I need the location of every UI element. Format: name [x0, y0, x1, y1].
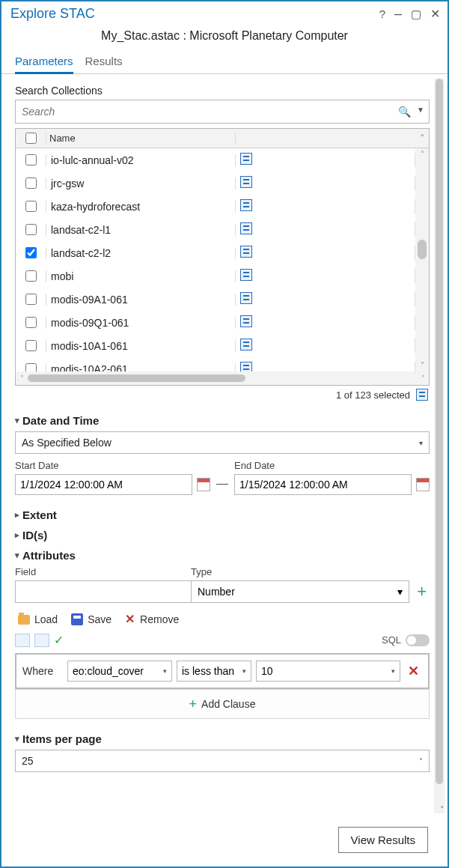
validate-icon[interactable]: ✓	[54, 633, 64, 647]
maximize-icon[interactable]: ▢	[411, 7, 421, 21]
collection-name: kaza-hydroforecast	[46, 201, 236, 213]
load-button[interactable]: Load	[18, 613, 58, 625]
collection-name: mobi	[46, 270, 236, 282]
items-per-page-dropdown[interactable]: 25 ˅	[15, 750, 430, 772]
save-label: Save	[88, 613, 112, 625]
add-attribute-button[interactable]: +	[409, 582, 430, 601]
sql-label: SQL	[382, 634, 401, 646]
select-all-checkbox[interactable]	[25, 133, 37, 144]
expression-button-2[interactable]	[34, 634, 49, 647]
collection-row[interactable]: modis-09Q1-061	[16, 311, 415, 334]
search-collections-input[interactable]	[20, 105, 398, 118]
collection-properties-icon[interactable]	[240, 362, 252, 371]
section-attributes[interactable]: ▾ Attributes	[15, 549, 430, 562]
calendar-icon[interactable]	[416, 478, 430, 491]
sql-toggle[interactable]	[406, 634, 430, 646]
attribute-type-dropdown[interactable]: Number ▾	[191, 580, 409, 603]
start-date-label: Start Date	[15, 460, 210, 471]
help-icon[interactable]: ?	[379, 7, 385, 20]
explore-stac-pane: Explore STAC ? – ▢ ✕ My_Stac.astac : Mic…	[0, 0, 449, 868]
collection-row[interactable]: modis-10A1-061	[16, 334, 415, 357]
section-items-per-page[interactable]: ▾ Items per page	[15, 732, 430, 745]
collection-checkbox[interactable]	[25, 340, 37, 351]
attributes-heading: Attributes	[22, 549, 76, 562]
collection-properties-icon[interactable]	[240, 199, 252, 211]
collection-row[interactable]: landsat-c2-l2	[16, 241, 415, 264]
chevron-down-icon: ▾	[242, 667, 246, 675]
collection-checkbox[interactable]	[25, 247, 37, 258]
save-button[interactable]: Save	[71, 613, 112, 625]
date-mode-dropdown[interactable]: As Specified Below ▾	[15, 431, 430, 454]
collection-properties-icon[interactable]	[240, 315, 252, 327]
expression-button-1[interactable]	[15, 634, 30, 647]
close-icon[interactable]: ✕	[430, 7, 440, 21]
collection-checkbox[interactable]	[25, 363, 37, 371]
pane-scrollbar[interactable]	[434, 79, 445, 813]
collection-checkbox[interactable]	[25, 270, 37, 282]
grid-vertical-scrollbar[interactable]: ˄ ˅	[415, 148, 429, 371]
calendar-icon[interactable]	[197, 478, 210, 491]
collection-name: io-lulc-annual-v02	[46, 154, 236, 166]
collection-properties-icon[interactable]	[240, 269, 252, 281]
collection-properties-icon[interactable]	[240, 246, 252, 258]
extent-heading: Extent	[22, 509, 57, 521]
connection-subtitle: My_Stac.astac : Microsoft Planetary Comp…	[1, 25, 448, 52]
attribute-field-input[interactable]	[15, 580, 191, 603]
collection-properties-icon[interactable]	[240, 292, 252, 304]
chevron-right-icon: ▸	[15, 510, 19, 520]
chevron-down-icon: ▾	[397, 586, 403, 598]
collection-checkbox[interactable]	[25, 294, 37, 305]
remove-button[interactable]: ✕ Remove	[125, 613, 179, 625]
clause-operator-dropdown[interactable]: is less than ▾	[177, 661, 251, 682]
collection-row[interactable]: mobi	[16, 264, 415, 288]
collection-row[interactable]: modis-10A2-061	[16, 357, 415, 371]
collection-properties-icon[interactable]	[240, 339, 252, 350]
plus-icon: +	[189, 696, 198, 712]
selection-status-text: 1 of 123 selected	[336, 389, 410, 401]
section-date-time[interactable]: ▾ Date and Time	[15, 414, 430, 427]
delete-clause-button[interactable]: ✕	[405, 663, 422, 679]
search-icon[interactable]: 🔍	[398, 106, 411, 118]
section-extent[interactable]: ▸ Extent	[15, 509, 430, 521]
date-mode-value: As Specified Below	[22, 437, 112, 449]
field-label: Field	[15, 566, 191, 577]
selection-properties-icon[interactable]	[416, 389, 428, 401]
clause-field-dropdown[interactable]: eo:cloud_cover ▾	[67, 661, 172, 682]
tab-parameters[interactable]: Parameters	[15, 52, 73, 74]
collection-checkbox[interactable]	[25, 177, 37, 189]
column-name-header[interactable]: Name	[46, 133, 236, 144]
search-dropdown-icon[interactable]: ▼	[417, 106, 424, 118]
section-ids[interactable]: ▸ ID(s)	[15, 529, 430, 541]
minimize-icon[interactable]: –	[394, 6, 402, 22]
grid-scroll-up-icon[interactable]: ˄	[415, 133, 429, 144]
chevron-down-icon: ▾	[15, 550, 19, 560]
add-clause-button[interactable]: + Add Clause	[15, 689, 430, 719]
collection-row[interactable]: kaza-hydroforecast	[16, 195, 415, 218]
collection-checkbox[interactable]	[25, 201, 37, 212]
tab-results[interactable]: Results	[85, 52, 123, 73]
collection-row[interactable]: landsat-c2-l1	[16, 218, 415, 241]
date-time-heading: Date and Time	[22, 414, 99, 427]
collection-row[interactable]: jrc-gsw	[16, 172, 415, 195]
pane-scroll-down-icon[interactable]: ˅	[440, 805, 445, 815]
ids-heading: ID(s)	[22, 529, 47, 541]
items-per-page-value: 25	[22, 755, 34, 767]
date-range-dash: —	[216, 477, 228, 495]
end-date-input[interactable]	[234, 474, 412, 495]
grid-horizontal-scrollbar[interactable]: ˂ ˃	[16, 371, 429, 385]
start-date-input[interactable]	[15, 474, 192, 495]
collection-checkbox[interactable]	[25, 317, 37, 328]
attribute-type-value: Number	[198, 586, 235, 598]
collection-name: modis-10A2-061	[46, 363, 236, 372]
chevron-right-icon: ▸	[15, 530, 19, 540]
window-controls: ? – ▢ ✕	[379, 6, 440, 22]
clause-value-dropdown[interactable]: 10 ▾	[256, 661, 400, 682]
collection-properties-icon[interactable]	[240, 153, 252, 165]
collection-checkbox[interactable]	[25, 224, 37, 235]
collection-checkbox[interactable]	[25, 154, 37, 166]
collection-row[interactable]: io-lulc-annual-v02	[16, 148, 415, 172]
view-results-button[interactable]: View Results	[338, 827, 428, 853]
collection-properties-icon[interactable]	[240, 176, 252, 188]
collection-row[interactable]: modis-09A1-061	[16, 288, 415, 311]
collection-properties-icon[interactable]	[240, 222, 252, 234]
